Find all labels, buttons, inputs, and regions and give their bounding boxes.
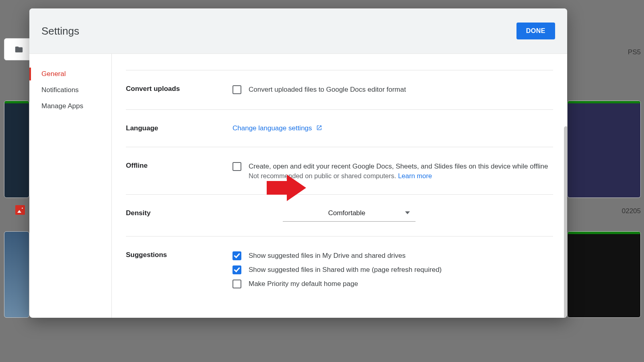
- sidebar-item-notifications[interactable]: Notifications: [29, 82, 111, 98]
- learn-more-link[interactable]: Learn more: [398, 172, 432, 179]
- suggestion-option-sharedwithme[interactable]: Show suggested files in Shared with me (…: [232, 265, 553, 275]
- checkbox-label: Create, open and edit your recent Google…: [249, 162, 548, 172]
- bg-thumb: [567, 101, 641, 198]
- bg-imagefile-icon: [15, 205, 25, 215]
- section-language: Language Change language settings: [126, 110, 553, 147]
- offline-note: Not recommended on public or shared comp…: [249, 172, 548, 180]
- checkbox-label: Convert uploaded files to Google Docs ed…: [249, 85, 406, 95]
- done-button[interactable]: DONE: [516, 23, 555, 39]
- settings-sidebar: General Notifications Manage Apps: [29, 54, 112, 318]
- section-convert-uploads: Convert uploads Convert uploaded files t…: [126, 70, 553, 110]
- change-language-link[interactable]: Change language settings: [232, 124, 322, 132]
- bg-thumb: [567, 231, 641, 318]
- link-text: Change language settings: [232, 124, 312, 132]
- section-label: Suggestions: [126, 251, 232, 289]
- dialog-header: Settings DONE: [29, 8, 567, 54]
- density-value: Comfortable: [288, 209, 405, 217]
- section-label: Density: [126, 209, 232, 222]
- section-offline: Offline Create, open and edit your recen…: [126, 147, 553, 195]
- checkbox-label: Show suggested files in My Drive and sha…: [249, 251, 405, 261]
- bg-thumb: [4, 101, 29, 198]
- settings-dialog: Settings DONE General Notifications Mana…: [29, 8, 567, 318]
- section-density: Density Comfortable: [126, 195, 553, 237]
- sidebar-item-general[interactable]: General: [29, 66, 111, 82]
- checkbox-label: Show suggested files in Shared with me (…: [249, 265, 442, 275]
- sidebar-item-label: General: [41, 70, 66, 78]
- scrollbar-thumb[interactable]: [564, 126, 567, 318]
- settings-content[interactable]: Convert uploads Convert uploaded files t…: [112, 54, 567, 318]
- offline-note-text: Not recommended on public or shared comp…: [249, 172, 398, 179]
- checkbox-offline[interactable]: [232, 162, 241, 171]
- section-label: Offline: [126, 162, 232, 180]
- section-label: Convert uploads: [126, 85, 232, 95]
- bg-text-num: ‎02205: [622, 207, 641, 215]
- section-label: Language: [126, 124, 232, 132]
- density-select[interactable]: Comfortable: [283, 209, 416, 222]
- sidebar-item-manage-apps[interactable]: Manage Apps: [29, 98, 111, 114]
- chevron-down-icon: [405, 209, 410, 217]
- checkbox-convert-uploads[interactable]: [232, 85, 241, 94]
- dialog-title: Settings: [41, 25, 79, 37]
- offline-option[interactable]: Create, open and edit your recent Google…: [232, 162, 553, 180]
- suggestion-option-mydrive[interactable]: Show suggested files in My Drive and sha…: [232, 251, 553, 261]
- convert-uploads-option[interactable]: Convert uploaded files to Google Docs ed…: [232, 85, 553, 95]
- checkbox-suggest-shared[interactable]: [232, 265, 241, 274]
- section-suggestions: Suggestions Show suggested files in My D…: [126, 237, 553, 303]
- suggestion-option-priority[interactable]: Make Priority my default home page: [232, 279, 553, 289]
- dialog-body: General Notifications Manage Apps Conver…: [29, 54, 567, 318]
- external-link-icon: [316, 125, 322, 131]
- sidebar-item-label: Manage Apps: [41, 102, 83, 110]
- sidebar-item-label: Notifications: [41, 86, 79, 94]
- checkbox-priority-default[interactable]: [232, 280, 241, 288]
- bg-thumb: [4, 231, 29, 318]
- checkbox-label: Make Priority my default home page: [249, 279, 358, 289]
- checkbox-suggest-mydrive[interactable]: [232, 251, 241, 260]
- bg-text-ps5: PS5: [628, 48, 641, 56]
